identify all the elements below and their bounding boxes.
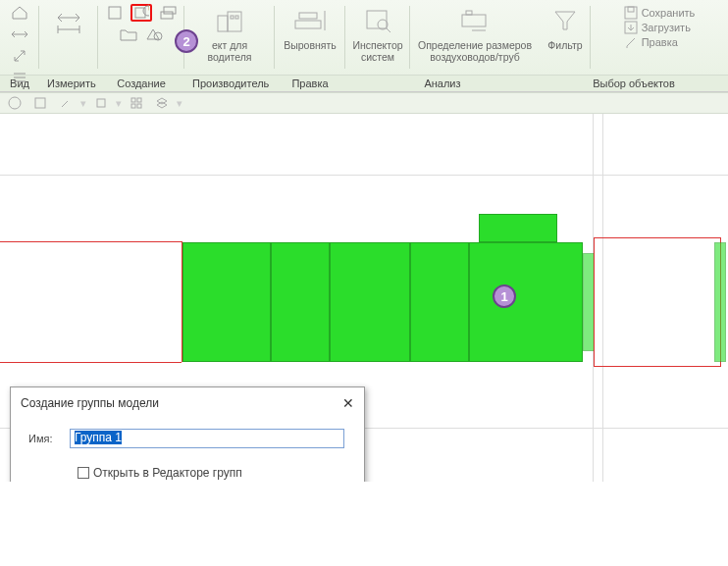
arrows-h-icon[interactable] xyxy=(9,26,30,43)
panel-view xyxy=(0,0,39,75)
load-label: Загрузить xyxy=(642,22,691,33)
svg-rect-18 xyxy=(218,16,228,31)
load-selection[interactable]: Загрузить xyxy=(624,21,696,34)
edit-label: Правка xyxy=(642,36,678,48)
svg-rect-38 xyxy=(35,98,45,108)
svg-rect-15 xyxy=(164,7,176,14)
panel-manufacturer: ект для водителя 2 xyxy=(184,0,275,75)
tab-edit[interactable]: Правка xyxy=(275,76,345,91)
stack-icon[interactable] xyxy=(156,4,178,22)
create-group-dialog: Создание группы модели ✕ Имя: Группа 1 О… xyxy=(10,386,365,482)
svg-rect-41 xyxy=(137,98,141,102)
create-group-icon[interactable] xyxy=(130,4,152,22)
qat-crop-icon[interactable] xyxy=(90,94,112,112)
svg-rect-32 xyxy=(625,7,637,19)
svg-rect-42 xyxy=(131,104,135,108)
duct-segment-right[interactable] xyxy=(714,242,726,362)
svg-marker-45 xyxy=(157,102,167,108)
align-icon[interactable] xyxy=(293,4,327,37)
dialog-title: Создание группы модели xyxy=(21,396,159,410)
dimension-icon[interactable] xyxy=(52,4,85,37)
duct-segment[interactable] xyxy=(330,242,410,362)
svg-rect-33 xyxy=(628,7,634,12)
load-icon xyxy=(624,21,638,34)
disk-icon xyxy=(624,6,638,20)
svg-rect-40 xyxy=(131,98,135,102)
group-name-input[interactable]: Группа 1 xyxy=(70,429,344,448)
menu-lines-icon[interactable] xyxy=(9,69,30,86)
tab-selection[interactable]: Выбор объектов xyxy=(540,76,728,91)
panel-measure xyxy=(39,0,98,75)
qat-wrench-icon[interactable] xyxy=(55,94,77,112)
filter-label: Фильтр xyxy=(547,39,582,51)
svg-rect-19 xyxy=(228,12,241,31)
duct-segment[interactable] xyxy=(410,242,469,362)
panel-analyze-group: Инспектор систем Определение размеров во… xyxy=(345,0,540,75)
align-label: Выровнять xyxy=(284,39,337,51)
svg-rect-39 xyxy=(97,99,105,107)
qat-layers-icon[interactable] xyxy=(151,94,173,112)
panel-inspector: Инспектор систем xyxy=(345,0,410,75)
duct-segment[interactable] xyxy=(271,242,330,362)
inspector-icon[interactable] xyxy=(361,4,394,37)
tab-analyze[interactable]: Анализ xyxy=(345,76,540,91)
guide-box xyxy=(594,237,721,367)
open-editor-checkbox[interactable] xyxy=(78,467,89,479)
svg-marker-0 xyxy=(13,7,26,19)
duct-segment[interactable] xyxy=(469,242,583,362)
svg-rect-29 xyxy=(466,11,472,15)
duct-segment[interactable] xyxy=(182,242,271,362)
ductsize-label: Определение размеров воздуховодов/труб xyxy=(418,39,532,63)
tab-manufacturer[interactable]: Производитель xyxy=(184,76,275,91)
duct-branch[interactable] xyxy=(479,214,557,242)
quick-access-toolbar: ▾ ▾ ▾ xyxy=(0,92,728,114)
svg-rect-23 xyxy=(299,13,317,19)
svg-rect-20 xyxy=(231,16,234,19)
panel-filter: Фильтр xyxy=(540,0,591,75)
svg-rect-22 xyxy=(295,21,321,28)
callout-2: 2 xyxy=(175,29,198,53)
open-editor-label: Открыть в Редакторе групп xyxy=(93,466,242,480)
panel-selection: Сохранить Загрузить Правка xyxy=(591,0,728,75)
save-label: Сохранить xyxy=(642,7,696,19)
panel-names: Вид Измерить Создание Производитель Прав… xyxy=(0,76,728,92)
building-icon[interactable] xyxy=(213,4,246,37)
house-icon[interactable] xyxy=(9,4,30,22)
svg-point-37 xyxy=(9,97,21,109)
tab-create[interactable]: Создание xyxy=(98,76,184,91)
qat-paste-icon[interactable] xyxy=(29,94,51,112)
svg-rect-14 xyxy=(161,12,173,19)
callout-1: 1 xyxy=(493,284,516,308)
edit-selection[interactable]: Правка xyxy=(624,35,696,49)
svg-marker-44 xyxy=(157,98,167,104)
svg-line-2 xyxy=(15,51,25,61)
panel-ductsize: Определение размеров воздуховодов/труб xyxy=(410,0,540,75)
close-icon[interactable]: ✕ xyxy=(342,395,354,411)
save-selection[interactable]: Сохранить xyxy=(624,6,696,20)
svg-rect-43 xyxy=(137,104,141,108)
name-label: Имя: xyxy=(28,433,58,444)
manufacturer-content-label: ект для водителя xyxy=(207,39,251,63)
svg-marker-16 xyxy=(147,29,159,39)
panel-create xyxy=(98,0,184,75)
svg-rect-28 xyxy=(462,15,486,26)
duct-sizing-icon[interactable] xyxy=(458,4,492,37)
svg-rect-21 xyxy=(235,16,238,19)
qat-globe-icon[interactable] xyxy=(4,94,26,112)
drawing-canvas[interactable]: 1 Создание группы модели ✕ Имя: Группа 1… xyxy=(0,114,728,482)
pencil-icon xyxy=(624,35,638,49)
folder-icon[interactable] xyxy=(118,26,139,43)
svg-line-27 xyxy=(387,28,390,32)
panel-edit: Выровнять xyxy=(275,0,345,75)
qat-grid-icon[interactable] xyxy=(126,94,147,112)
funnel-icon[interactable] xyxy=(548,4,582,37)
group-name-value: Группа 1 xyxy=(75,431,122,444)
tab-measure[interactable]: Измерить xyxy=(39,76,98,91)
svg-point-12 xyxy=(143,6,149,16)
svg-rect-10 xyxy=(109,7,121,19)
svg-line-35 xyxy=(627,38,635,46)
svg-marker-31 xyxy=(555,12,575,29)
shapes-icon[interactable] xyxy=(143,26,165,43)
arrows-d-icon[interactable] xyxy=(9,47,30,65)
box-icon[interactable] xyxy=(105,4,127,22)
